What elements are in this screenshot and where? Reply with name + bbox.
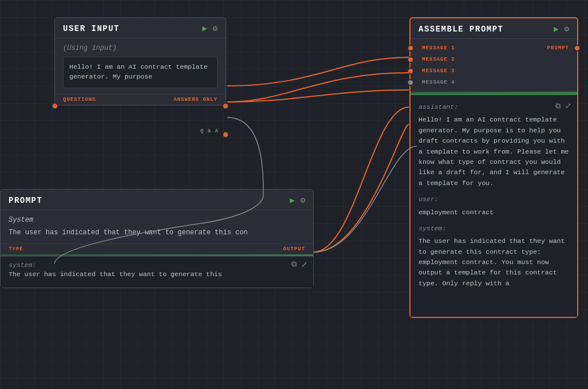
assemble-output-icons: ⧉ ⤢	[555, 101, 571, 113]
user-input-port-row: QUESTIONS ANSWERS ONLY	[55, 94, 226, 105]
prompt-header: PROMPT ▶ ⚙	[1, 190, 313, 210]
port-questions-label: QUESTIONS	[63, 97, 96, 103]
prompt-node: PROMPT ▶ ⚙ System The user has indicated…	[0, 189, 314, 288]
preview-text: The user has indicated that they want to…	[9, 270, 305, 278]
message2-port-row: MESSAGE 2	[411, 54, 577, 65]
prompt-footer-icons: ⧉ ⤢	[291, 260, 307, 269]
assemble-header: ASSEMBLE PROMPT ▶ ⚙	[411, 18, 577, 39]
assemble-prompt-node: ASSEMBLE PROMPT ▶ ⚙ MESSAGE 1 PROMPT MES…	[409, 17, 578, 318]
message1-label: MESSAGE 1	[422, 45, 455, 51]
prompt-preview-footer: ⧉ ⤢ system: The user has indicated that …	[1, 256, 313, 288]
user-input-icons: ▶ ⚙	[202, 23, 218, 33]
assemble-gear-icon[interactable]: ⚙	[565, 24, 569, 34]
using-input-label: (Using input)	[63, 44, 218, 52]
prompt-body: System The user has indicated that they …	[1, 210, 313, 241]
message1-port[interactable]	[407, 45, 414, 52]
prompt-out-label: PROMPT	[547, 45, 569, 51]
message3-port[interactable]	[407, 68, 414, 74]
copy-icon[interactable]: ⧉	[291, 260, 297, 269]
questions-port[interactable]	[52, 103, 58, 109]
prompt-port-row: TYPE OUTPUT	[1, 243, 313, 254]
user-input-header: USER INPUT ▶ ⚙	[55, 18, 226, 38]
assemble-ports: MESSAGE 1 PROMPT MESSAGE 2 MESSAGE 3 MES…	[411, 39, 577, 92]
user-input-body: (Using input) Hello! I am an AI contract…	[55, 38, 226, 94]
play-icon[interactable]: ▶	[202, 23, 207, 33]
assemble-icons: ▶ ⚙	[554, 24, 569, 34]
output-text-assistant: Hello! I am an AI contract template gene…	[419, 115, 569, 188]
message2-label: MESSAGE 2	[422, 57, 455, 62]
user-input-title: USER INPUT	[63, 24, 120, 33]
assemble-title: ASSEMBLE PROMPT	[419, 25, 504, 34]
message4-port-row: MESSAGE 4	[411, 77, 577, 88]
prompt-title: PROMPT	[9, 196, 42, 205]
message4-port[interactable]	[407, 79, 414, 86]
message2-port[interactable]	[407, 56, 414, 63]
port-answers-label: ANSWERS ONLY	[173, 97, 218, 103]
message4-label: MESSAGE 4	[422, 80, 455, 85]
qa-port[interactable]	[222, 131, 229, 138]
output-role-assistant: assistant:	[419, 102, 569, 112]
prompt-body-text: The user has indicated that they want to…	[9, 227, 305, 238]
port-output-label: OUTPUT	[283, 246, 305, 252]
assemble-expand-icon[interactable]: ⤢	[565, 101, 571, 113]
qa-port-label: Q & A	[200, 128, 219, 134]
prompt-out-port[interactable]	[574, 45, 581, 52]
port-type-label: TYPE	[9, 246, 23, 252]
message3-port-row: MESSAGE 3	[411, 65, 577, 77]
output-role-system: system:	[419, 223, 569, 234]
prompt-gear-icon[interactable]: ⚙	[301, 195, 305, 205]
prompt-play-icon[interactable]: ▶	[290, 195, 294, 205]
chat-preview: Hello! I am an AI contract template gene…	[63, 57, 218, 88]
assemble-copy-icon[interactable]: ⧉	[555, 101, 561, 113]
prompt-icons: ▶ ⚙	[290, 195, 305, 205]
output-text-system: The user has indicated that they want to…	[419, 236, 569, 289]
answers-port[interactable]	[222, 103, 229, 109]
user-input-node: USER INPUT ▶ ⚙ (Using input) Hello! I am…	[54, 17, 226, 105]
gear-icon[interactable]: ⚙	[213, 23, 218, 33]
preview-role-label: system:	[9, 261, 305, 269]
message1-port-row: MESSAGE 1 PROMPT	[411, 42, 577, 54]
output-role-user: user:	[419, 194, 569, 205]
assemble-play-icon[interactable]: ▶	[554, 24, 558, 34]
message3-label: MESSAGE 3	[422, 68, 455, 74]
prompt-system-label: System	[9, 216, 305, 224]
output-text-user: employment contract	[419, 207, 569, 218]
expand-icon[interactable]: ⤢	[301, 260, 307, 269]
assemble-output: ⧉ ⤢ assistant: Hello! I am an AI contrac…	[411, 93, 577, 317]
